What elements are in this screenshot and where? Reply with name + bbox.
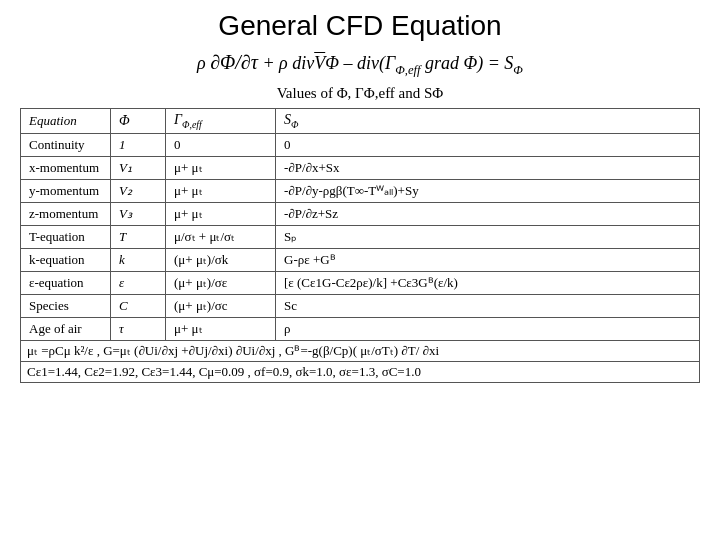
row-source: Sₚ bbox=[276, 226, 700, 249]
row-phi: V₃ bbox=[111, 203, 166, 226]
row-source: [ε (Cε1G-Cε2ρε)/k] +Cε3Gᴮ(ε/k) bbox=[276, 272, 700, 295]
row-source: G-ρε +Gᴮ bbox=[276, 249, 700, 272]
row-gamma: (μ+ μₜ)/σk bbox=[166, 249, 276, 272]
row-phi: C bbox=[111, 295, 166, 318]
row-phi: V₁ bbox=[111, 157, 166, 180]
table-row: y-momentumV₂μ+ μₜ-∂P/∂y-ρgβ(T∞-Tᵂₐₗₗ)+Sy bbox=[21, 180, 700, 203]
cfd-table: Equation Φ ΓΦ,eff SΦ Continuity100x-mome… bbox=[20, 108, 700, 383]
row-equation-name: z-momentum bbox=[21, 203, 111, 226]
table-row: ε-equationε(μ+ μₜ)/σε[ε (Cε1G-Cε2ρε)/k] … bbox=[21, 272, 700, 295]
row-source: ρ bbox=[276, 318, 700, 341]
col-gamma: ΓΦ,eff bbox=[166, 109, 276, 134]
row-equation-name: y-momentum bbox=[21, 180, 111, 203]
row-equation-name: x-momentum bbox=[21, 157, 111, 180]
table-row: Age of airτμ+ μₜρ bbox=[21, 318, 700, 341]
row-phi: k bbox=[111, 249, 166, 272]
footnote1: μₜ =ρCμ k²/ε , G=μₜ (∂Ui/∂xj +∂Uj/∂xi) ∂… bbox=[21, 341, 700, 362]
row-gamma: μ+ μₜ bbox=[166, 180, 276, 203]
row-gamma: (μ+ μₜ)/σc bbox=[166, 295, 276, 318]
main-equation: ρ ∂Φ/∂τ + ρ divVΦ – div(ΓΦ,eff grad Φ) =… bbox=[20, 48, 700, 79]
row-source: -∂P/∂y-ρgβ(T∞-Tᵂₐₗₗ)+Sy bbox=[276, 180, 700, 203]
page-title: General CFD Equation bbox=[20, 10, 700, 42]
col-equation: Equation bbox=[21, 109, 111, 134]
row-gamma: μ+ μₜ bbox=[166, 157, 276, 180]
table-row: k-equationk(μ+ μₜ)/σkG-ρε +Gᴮ bbox=[21, 249, 700, 272]
row-equation-name: Continuity bbox=[21, 134, 111, 157]
row-gamma: (μ+ μₜ)/σε bbox=[166, 272, 276, 295]
row-gamma: 0 bbox=[166, 134, 276, 157]
row-phi: τ bbox=[111, 318, 166, 341]
table-row: z-momentumV₃μ+ μₜ-∂P/∂z+Sz bbox=[21, 203, 700, 226]
row-source: Sc bbox=[276, 295, 700, 318]
row-equation-name: Species bbox=[21, 295, 111, 318]
footnote2: Cε1=1.44, Cε2=1.92, Cε3=1.44, Cμ=0.09 , … bbox=[21, 362, 700, 383]
table-row: SpeciesC(μ+ μₜ)/σcSc bbox=[21, 295, 700, 318]
table-row: T-equationTμ/σₜ + μₜ/σₜSₚ bbox=[21, 226, 700, 249]
row-phi: T bbox=[111, 226, 166, 249]
row-gamma: μ+ μₜ bbox=[166, 318, 276, 341]
table-row: x-momentumV₁μ+ μₜ-∂P/∂x+Sx bbox=[21, 157, 700, 180]
row-source: -∂P/∂x+Sx bbox=[276, 157, 700, 180]
row-phi: ε bbox=[111, 272, 166, 295]
row-source: -∂P/∂z+Sz bbox=[276, 203, 700, 226]
values-label: Values of Φ, ΓΦ,eff and SΦ bbox=[20, 85, 700, 102]
col-source: SΦ bbox=[276, 109, 700, 134]
row-equation-name: Age of air bbox=[21, 318, 111, 341]
row-phi: 1 bbox=[111, 134, 166, 157]
row-gamma: μ/σₜ + μₜ/σₜ bbox=[166, 226, 276, 249]
row-equation-name: k-equation bbox=[21, 249, 111, 272]
table-row: Continuity100 bbox=[21, 134, 700, 157]
row-phi: V₂ bbox=[111, 180, 166, 203]
row-gamma: μ+ μₜ bbox=[166, 203, 276, 226]
row-source: 0 bbox=[276, 134, 700, 157]
row-equation-name: T-equation bbox=[21, 226, 111, 249]
row-equation-name: ε-equation bbox=[21, 272, 111, 295]
col-phi: Φ bbox=[111, 109, 166, 134]
